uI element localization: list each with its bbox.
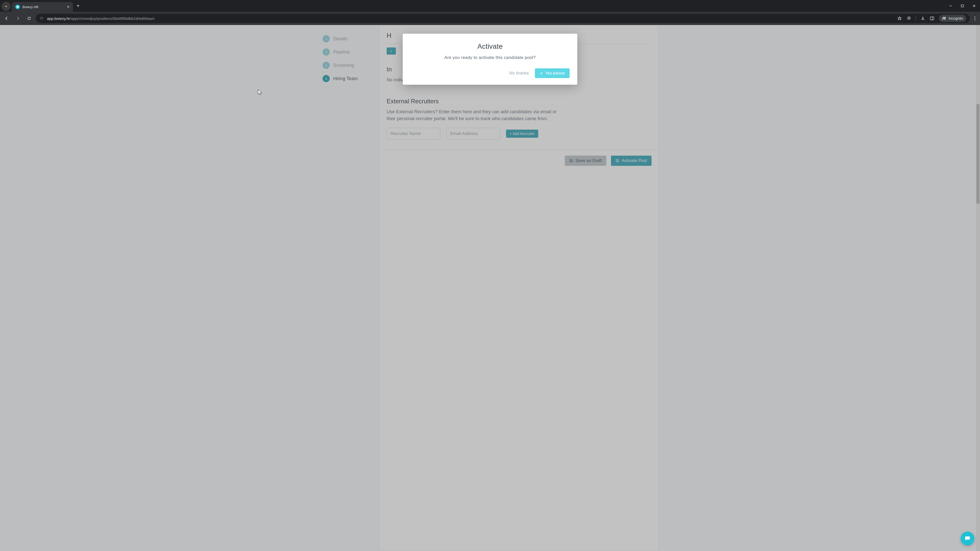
tab-close-icon[interactable]: ×	[67, 5, 69, 9]
svg-rect-2	[961, 5, 964, 7]
svg-point-10	[974, 18, 975, 19]
svg-point-3	[40, 17, 41, 18]
bookmark-icon[interactable]	[897, 16, 902, 21]
browser-tab[interactable]: Breezy HR ×	[12, 2, 73, 12]
tab-title: Breezy HR	[22, 5, 65, 9]
svg-point-0	[17, 6, 19, 8]
svg-point-11	[974, 19, 975, 20]
modal-confirm-button[interactable]: Yes please	[535, 68, 570, 78]
incognito-icon	[942, 17, 947, 20]
browser-chrome: Breezy HR × + app.breezy.hr/app/c/moodjo…	[0, 0, 980, 25]
minimize-button[interactable]	[945, 0, 956, 12]
activate-modal: Activate Are you ready to activate this …	[403, 34, 577, 85]
site-settings-icon[interactable]	[39, 16, 44, 21]
browser-menu-button[interactable]	[972, 16, 978, 21]
browser-toolbar: app.breezy.hr/app/c/moodjoy/positions/5b…	[0, 12, 980, 25]
modal-title: Activate	[410, 42, 570, 51]
chat-icon	[964, 535, 971, 542]
modal-actions: No thanks Yes please	[410, 68, 570, 78]
svg-point-5	[42, 19, 43, 19]
modal-cancel-button[interactable]: No thanks	[508, 68, 531, 78]
page-viewport: 1 Details 2 Pipeline 3 Screening 4 Hirin…	[0, 25, 980, 551]
check-icon	[539, 71, 543, 75]
tab-favicon	[15, 5, 20, 9]
modal-backdrop[interactable]	[0, 25, 980, 551]
incognito-label: Incognito	[948, 16, 963, 21]
incognito-badge[interactable]: Incognito	[939, 15, 966, 22]
svg-rect-7	[930, 17, 934, 20]
url-text: app.breezy.hr/app/c/moodjoy/positions/5b…	[47, 16, 894, 21]
sidepanel-icon[interactable]	[930, 16, 934, 21]
titlebar: Breezy HR × +	[0, 0, 980, 12]
toolbar-divider	[916, 16, 916, 21]
tab-search-button[interactable]	[2, 2, 11, 11]
svg-point-9	[974, 16, 975, 17]
new-tab-button[interactable]: +	[73, 3, 83, 9]
chat-fab[interactable]	[961, 532, 974, 545]
close-window-button[interactable]	[968, 0, 980, 12]
maximize-button[interactable]	[956, 0, 968, 12]
extensions-icon[interactable]	[907, 16, 911, 21]
modal-text: Are you ready to activate this candidate…	[410, 55, 570, 60]
forward-button[interactable]	[13, 14, 22, 23]
downloads-icon[interactable]	[921, 16, 925, 21]
modal-confirm-label: Yes please	[545, 71, 565, 76]
address-bar[interactable]: app.breezy.hr/app/c/moodjoy/positions/5b…	[36, 14, 970, 23]
window-controls	[945, 0, 980, 12]
back-button[interactable]	[2, 14, 11, 23]
reload-button[interactable]	[24, 14, 34, 23]
